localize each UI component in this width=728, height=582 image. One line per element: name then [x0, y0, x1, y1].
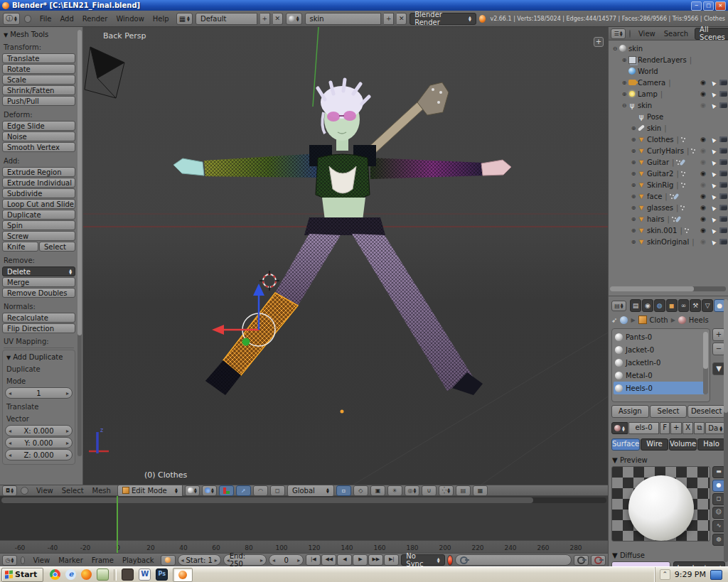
timeline-ruler[interactable]: -60-40-200204060801001201401601802002202…: [0, 540, 608, 554]
keying-set-field[interactable]: [455, 554, 572, 566]
menu-timeline-marker[interactable]: Marker: [54, 555, 87, 566]
select-button[interactable]: Select: [650, 405, 687, 418]
face-select-mode-button[interactable]: ▣: [370, 485, 385, 496]
viewport-editor-type-menu[interactable]: ◘▲▼: [2, 485, 17, 496]
expand-toggle[interactable]: ⊕: [630, 216, 637, 222]
assign-button[interactable]: Assign: [611, 405, 649, 418]
menu-outliner-view[interactable]: View: [634, 28, 660, 39]
word-icon[interactable]: W: [139, 568, 151, 581]
selectability-toggle[interactable]: [708, 182, 718, 188]
next-keyframe-button[interactable]: ▶▶: [368, 554, 383, 566]
outliner-item-hairs[interactable]: ⊕hairs|: [609, 213, 728, 225]
delete-scene-button[interactable]: ✕: [397, 13, 407, 25]
tool-button-select[interactable]: Select: [39, 242, 75, 252]
proportional-edit-select[interactable]: ◎▲▼: [405, 485, 419, 496]
screen-layout-icon-button[interactable]: ▦▲▼: [176, 13, 193, 25]
properties-tab-world[interactable]: ◍: [654, 299, 665, 312]
timeline-menu-collapse[interactable]: [21, 556, 25, 564]
firefox-icon[interactable]: [81, 569, 92, 580]
selectability-toggle[interactable]: [708, 80, 718, 86]
tool-button-extrude-individual[interactable]: Extrude Individual: [2, 178, 75, 188]
snap-toggle-button[interactable]: ∪: [422, 485, 437, 496]
viewport-menu-collapse[interactable]: [21, 487, 28, 495]
visibility-eye-toggle[interactable]: [698, 238, 708, 245]
tool-button-knife[interactable]: Knife: [2, 242, 38, 252]
visibility-eye-toggle[interactable]: [698, 170, 708, 177]
material-name-field[interactable]: els-0: [628, 422, 659, 434]
outliner-item-skinoriginal[interactable]: ⊕skinOriginal|: [609, 236, 728, 247]
tool-button-scale[interactable]: Scale: [2, 75, 75, 85]
outliner-item-guitar[interactable]: ⊕Guitar|: [609, 156, 728, 168]
expand-toggle[interactable]: ⊕: [630, 227, 637, 234]
properties-tab-data[interactable]: ▽: [702, 299, 713, 312]
material-slot-metal-0[interactable]: Metal-0: [614, 369, 708, 382]
selectability-toggle[interactable]: [708, 227, 718, 234]
end-frame-field[interactable]: ◂End: 250▸: [223, 554, 267, 566]
gimp-icon[interactable]: [122, 568, 134, 581]
expand-toggle[interactable]: ⊕: [621, 57, 628, 63]
outliner-item-pose[interactable]: Pose: [609, 111, 728, 122]
visibility-eye-toggle[interactable]: [698, 227, 708, 234]
outliner-item-skin[interactable]: ⊖skin: [609, 99, 728, 111]
properties-tab-modifiers[interactable]: ⚒: [690, 299, 701, 312]
slot-list-scrollbar[interactable]: [703, 332, 708, 394]
translate-manipulator-button[interactable]: ➚: [236, 485, 251, 496]
photoshop-icon[interactable]: Ps: [156, 568, 168, 581]
selectability-toggle[interactable]: [708, 91, 718, 97]
scene-field[interactable]: skin: [305, 13, 382, 25]
transform-orientation-select[interactable]: Global▲▼: [287, 485, 334, 497]
expand-toggle[interactable]: ⊖: [621, 102, 628, 109]
pivot-point-select[interactable]: ▲▼: [202, 485, 217, 496]
limit-selection-visible-button[interactable]: ✳: [387, 485, 402, 496]
3d-viewport[interactable]: z Back Persp (0) Clothes +: [83, 27, 608, 485]
tool-button-noise[interactable]: Noise: [2, 131, 75, 141]
visibility-eye-toggle[interactable]: [698, 90, 708, 97]
tool-button-smooth-vertex[interactable]: Smooth Vertex: [2, 142, 75, 152]
diffuse-panel-header[interactable]: ▼ Diffuse: [612, 551, 725, 559]
outliner-menu-collapse[interactable]: [629, 30, 631, 38]
selectability-toggle[interactable]: [708, 148, 718, 154]
file-explorer-icon[interactable]: [97, 568, 109, 581]
material-slot-jacket-0[interactable]: Jacket-0: [614, 343, 708, 356]
tool-dropdown-delete[interactable]: Delete▲▼: [2, 266, 75, 276]
expand-toggle[interactable]: ⊕: [630, 136, 637, 143]
renderability-toggle[interactable]: [718, 193, 728, 199]
renderability-toggle[interactable]: [718, 80, 728, 85]
expand-toggle[interactable]: ⊕: [630, 159, 637, 166]
visibility-eye-toggle[interactable]: [698, 181, 708, 188]
vector-field-z[interactable]: ◂Z: 0.000▸: [5, 449, 73, 460]
maximize-button[interactable]: □: [703, 1, 714, 11]
menu-timeline-frame[interactable]: Frame: [87, 555, 118, 566]
screen-layout-field[interactable]: Default: [196, 13, 257, 25]
visibility-eye-toggle[interactable]: [698, 147, 708, 154]
tool-button-flip-direction[interactable]: Flip Direction: [2, 323, 75, 333]
properties-tab-render[interactable]: ▤: [630, 299, 641, 312]
add-layout-button[interactable]: +: [260, 13, 270, 25]
tool-button-shrink-fatten[interactable]: Shrink/Fatten: [2, 85, 75, 95]
visibility-eye-toggle[interactable]: [698, 215, 708, 222]
data-pin-dropdown[interactable]: Da▲▼: [705, 422, 725, 434]
menu-timeline-view[interactable]: View: [28, 555, 54, 566]
renderability-toggle[interactable]: [718, 227, 728, 233]
visibility-eye-toggle[interactable]: [698, 193, 708, 200]
renderability-toggle[interactable]: [718, 216, 728, 222]
selectability-toggle[interactable]: [708, 136, 718, 143]
material-slot-heels-0[interactable]: Heels-0: [614, 382, 708, 394]
vector-field-x[interactable]: ◂X: 0.000▸: [5, 425, 73, 436]
selectability-toggle[interactable]: [708, 205, 718, 211]
add-scene-button[interactable]: +: [384, 13, 394, 25]
selectability-toggle[interactable]: [708, 159, 718, 166]
timeline-canvas[interactable]: [0, 496, 608, 540]
visibility-eye-toggle[interactable]: [698, 79, 708, 86]
properties-tab-constraints[interactable]: ∞: [678, 299, 690, 312]
outliner-display-filter[interactable]: All Scenes: [695, 28, 728, 40]
delete-keyframe-button[interactable]: [591, 555, 606, 566]
current-frame-field[interactable]: ◂0▸: [269, 554, 304, 566]
preview-panel-header[interactable]: ▼ Preview: [612, 456, 725, 464]
properties-tab-scene[interactable]: ◉: [642, 299, 653, 312]
pin-icon[interactable]: [611, 316, 617, 324]
viewport-shading-select[interactable]: ▲▼: [185, 485, 200, 496]
tool-button-translate[interactable]: Translate: [2, 53, 75, 63]
record-button[interactable]: [447, 555, 453, 566]
outliner-item-skin-001[interactable]: ⊕skin.001|: [609, 225, 728, 236]
